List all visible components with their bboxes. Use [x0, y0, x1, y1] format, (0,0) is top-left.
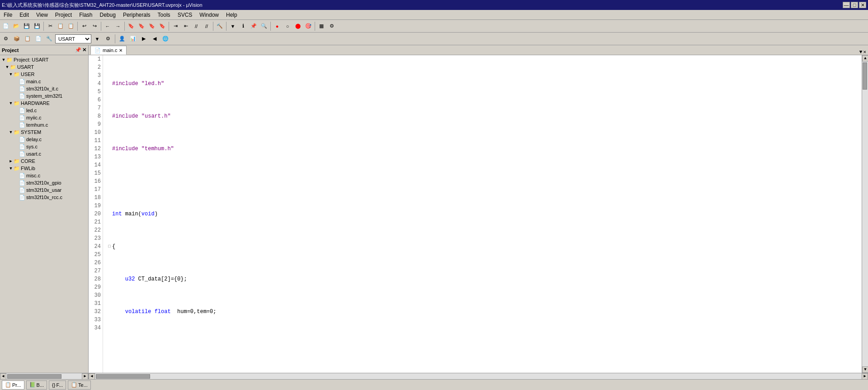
nav-fwd-button[interactable]: →	[113, 21, 123, 31]
expand-system-folder[interactable]: ▼	[8, 130, 14, 134]
tree-delay[interactable]: 📄 delay.c	[1, 136, 87, 143]
project-hscroll[interactable]: ◄ ►	[0, 373, 88, 379]
code-content[interactable]: #include "led.h" #include "usart.h" #inc…	[103, 55, 862, 373]
paste-button[interactable]: 📋	[66, 21, 76, 31]
bottom-tab-books[interactable]: 📗 B...	[26, 380, 47, 390]
tree-system[interactable]: 📄 system_stm32f1	[1, 92, 87, 100]
tree-fwlib[interactable]: ▼ 📁 FWLib	[1, 165, 87, 172]
bookmark1-button[interactable]: 🔖	[126, 21, 136, 31]
unindent-button[interactable]: ⇤	[181, 21, 191, 31]
view-btn[interactable]: ▦	[316, 21, 326, 31]
comment-button[interactable]: //	[191, 21, 201, 31]
tree-temhum[interactable]: 📄 temhum.c	[1, 121, 87, 128]
expand-root[interactable]: ▼	[1, 57, 6, 62]
tree-stm32-it[interactable]: 📄 stm32f10x_it.c	[1, 85, 87, 92]
tab-close-all-icon[interactable]: ✕	[863, 49, 866, 55]
t2-btn9[interactable]: ▶	[139, 34, 149, 44]
bookmark2-button[interactable]: 🔖	[137, 21, 146, 31]
info-btn[interactable]: ℹ	[238, 21, 248, 31]
tree-root[interactable]: ▼ 📁 Project: USART	[1, 56, 87, 63]
hscroll-thumb[interactable]	[7, 374, 61, 379]
menu-file[interactable]: File	[0, 11, 16, 19]
stop-btn[interactable]: ○	[283, 21, 292, 31]
copy-button[interactable]: 📋	[56, 21, 66, 31]
expand-core[interactable]: ►	[8, 159, 14, 163]
indent-button[interactable]: ⇥	[170, 21, 180, 31]
tree-usart-c[interactable]: 📄 usart.c	[1, 150, 87, 157]
run-btn[interactable]: ⬤	[293, 21, 303, 31]
bookmark3-button[interactable]: 🔖	[147, 21, 157, 31]
target-selector[interactable]: USART	[55, 34, 91, 43]
tree-core[interactable]: ► 📁 CORE	[1, 157, 87, 165]
menu-project[interactable]: Project	[52, 11, 75, 19]
tab-main-c[interactable]: 📄 main.c ✕	[90, 46, 127, 55]
run2-btn[interactable]: 🎯	[303, 21, 313, 31]
record-btn[interactable]: ●	[272, 21, 282, 31]
nav-back-button[interactable]: ←	[103, 21, 113, 31]
new-file-button[interactable]: 📄	[1, 21, 11, 31]
bookmark4-button[interactable]: 🔖	[157, 21, 167, 31]
menu-flash[interactable]: Flash	[75, 11, 96, 19]
tree-user[interactable]: ▼ 📁 USER	[1, 71, 87, 78]
project-close-icon[interactable]: ✕	[82, 47, 86, 53]
tree-led[interactable]: 📄 led.c	[1, 107, 87, 114]
save-button[interactable]: 💾	[22, 21, 32, 31]
t2-btn2[interactable]: 📦	[12, 34, 22, 44]
t2-btn4[interactable]: 📄	[33, 34, 43, 44]
tree-usar[interactable]: 📄 stm32f10x_usar	[1, 186, 87, 194]
editor-hscroll-left[interactable]: ◄	[89, 373, 95, 380]
tree-rcc[interactable]: 📄 stm32f10x_rcc.c	[1, 194, 87, 201]
expand-user[interactable]: ▼	[8, 72, 14, 76]
t2-btn7[interactable]: 👤	[117, 34, 127, 44]
vscroll-thumb[interactable]	[863, 62, 867, 90]
bottom-tab-functions[interactable]: {} F...	[49, 380, 66, 390]
t2-btn6[interactable]: ⚙	[103, 34, 113, 44]
menu-help[interactable]: Help	[222, 11, 241, 19]
tab-close-button[interactable]: ✕	[119, 48, 123, 53]
minimize-button[interactable]: —	[843, 2, 850, 8]
settings-btn[interactable]: ⚙	[327, 21, 337, 31]
redo-button[interactable]: ↪	[90, 21, 99, 31]
tab-dropdown-icon[interactable]: ▼	[859, 49, 863, 55]
menu-debug[interactable]: Debug	[96, 11, 119, 19]
tree-myiic[interactable]: 📄 myiic.c	[1, 114, 87, 121]
menu-tools[interactable]: Tools	[154, 11, 174, 19]
t2-btn3[interactable]: 📋	[23, 34, 33, 44]
tree-system-folder[interactable]: ▼ 📁 SYSTEM	[1, 128, 87, 136]
vscroll-up-btn[interactable]: ▲	[862, 55, 868, 62]
menu-svcs[interactable]: SVCS	[174, 11, 196, 19]
search-btn[interactable]: 🔍	[259, 21, 269, 31]
expand-hardware[interactable]: ▼	[8, 101, 14, 105]
t2-btn1[interactable]: ⚙	[1, 34, 11, 44]
t2-btn10[interactable]: ◀	[150, 34, 160, 44]
bottom-tab-templates[interactable]: 📋 Te...	[68, 380, 91, 390]
t2-btn8[interactable]: 📊	[128, 34, 138, 44]
tree-usart[interactable]: ▼ 📁 USART	[1, 63, 87, 71]
open-file-button[interactable]: 📂	[11, 21, 21, 31]
menu-edit[interactable]: Edit	[16, 11, 33, 19]
expand-fwlib[interactable]: ▼	[8, 166, 14, 171]
project-pin-icon[interactable]: 📌	[75, 47, 81, 53]
dropdown-btn[interactable]: ▼	[228, 21, 238, 31]
menu-window[interactable]: Window	[196, 11, 222, 19]
cut-button[interactable]: ✂	[45, 21, 55, 31]
close-button[interactable]: ✕	[859, 2, 866, 8]
tree-sys[interactable]: 📄 sys.c	[1, 143, 87, 150]
menu-view[interactable]: View	[33, 11, 52, 19]
undo-button[interactable]: ↩	[79, 21, 89, 31]
uncomment-button[interactable]: //	[202, 21, 212, 31]
hscroll-right-btn[interactable]: ►	[82, 373, 88, 380]
maximize-button[interactable]: □	[851, 2, 858, 8]
t2-btn5[interactable]: 🔧	[44, 34, 54, 44]
menu-peripherals[interactable]: Peripherals	[119, 11, 154, 19]
vscroll-down-btn[interactable]: ▼	[862, 366, 868, 373]
t2-btn11[interactable]: 🌐	[160, 34, 170, 44]
expand-usart[interactable]: ▼	[5, 65, 10, 69]
hscroll-left-btn[interactable]: ◄	[0, 373, 6, 380]
fold-6[interactable]: □	[107, 243, 112, 251]
tree-hardware[interactable]: ▼ 📁 HARDWARE	[1, 100, 87, 107]
editor-hscroll-right[interactable]: ►	[862, 373, 868, 380]
build-button[interactable]: 🔨	[215, 21, 225, 31]
pin-btn[interactable]: 📌	[249, 21, 259, 31]
editor-hscroll-thumb[interactable]	[96, 374, 150, 379]
